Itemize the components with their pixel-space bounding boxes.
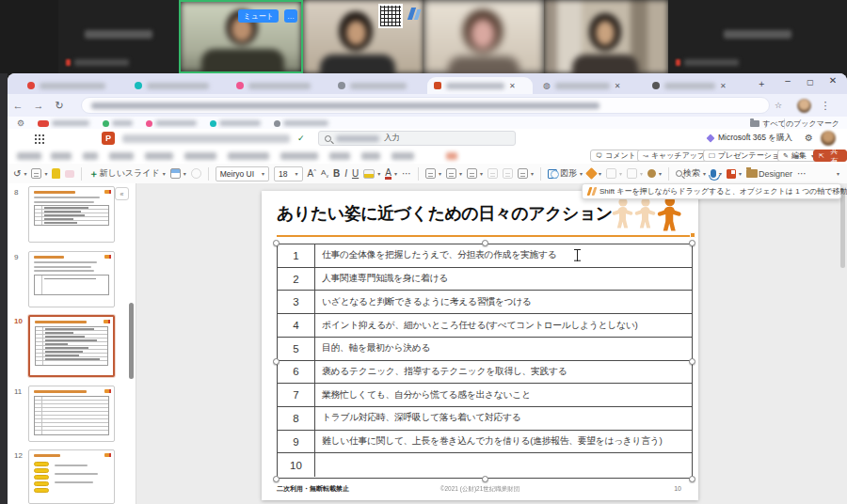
bookmark-star-icon[interactable]: ☆ bbox=[768, 101, 789, 110]
shape-fill-button[interactable]: ▾ bbox=[587, 169, 601, 178]
document-title-redacted[interactable] bbox=[122, 134, 290, 143]
tab-close-icon[interactable]: ✕ bbox=[615, 82, 621, 90]
highlight-color-button[interactable]: ▾ bbox=[363, 169, 380, 179]
collapse-pane-button[interactable]: « bbox=[115, 187, 129, 200]
new-tab-button[interactable]: ＋ bbox=[753, 77, 770, 90]
indent-icon[interactable] bbox=[503, 168, 513, 179]
thumbnail-pane-scrollbar[interactable] bbox=[129, 303, 134, 379]
settings-gear-icon[interactable]: ⚙ bbox=[805, 133, 813, 143]
align-button[interactable]: ▾ bbox=[467, 168, 483, 179]
tab-close-icon[interactable]: ✕ bbox=[509, 82, 516, 90]
selection-handle[interactable] bbox=[273, 476, 280, 482]
slide-thumbnail-12[interactable] bbox=[28, 449, 115, 504]
ribbon-tab-redacted[interactable] bbox=[392, 152, 414, 160]
video-tile[interactable] bbox=[424, 0, 544, 73]
account-avatar[interactable] bbox=[821, 131, 836, 146]
font-size-dropdown[interactable]: 18▾ bbox=[274, 166, 302, 181]
video-tile[interactable] bbox=[303, 0, 424, 73]
tab-close-icon[interactable]: ✕ bbox=[720, 82, 727, 90]
row-number-cell[interactable]: 8 bbox=[278, 407, 315, 431]
selection-handle[interactable] bbox=[482, 240, 488, 246]
row-number-cell[interactable]: 5 bbox=[278, 338, 315, 361]
share-button[interactable]: ⇱共有 bbox=[813, 150, 847, 162]
font-name-dropdown[interactable]: Meiryo UI▾ bbox=[216, 166, 269, 181]
font-color-button[interactable]: A▾ bbox=[385, 168, 397, 180]
ribbon-tab-redacted[interactable] bbox=[51, 152, 72, 160]
row-number-cell[interactable]: 6 bbox=[278, 361, 315, 385]
slide-title[interactable]: ありたい姿に近づくための日々のアクション bbox=[277, 202, 613, 225]
slide-thumbnail-11[interactable] bbox=[28, 386, 115, 442]
waffle-menu-icon[interactable] bbox=[34, 134, 44, 144]
selection-handle[interactable] bbox=[689, 358, 695, 365]
back-icon[interactable]: ← bbox=[8, 100, 28, 111]
mute-button[interactable]: ミュート bbox=[238, 9, 279, 23]
grow-font-icon[interactable]: A^ bbox=[308, 168, 317, 179]
ribbon-collapse-icon[interactable]: ▾ bbox=[835, 170, 839, 177]
bookmark-item[interactable] bbox=[103, 120, 133, 127]
refresh-icon[interactable]: ↻ bbox=[49, 100, 70, 112]
bookmark-item[interactable] bbox=[146, 120, 197, 127]
bookmark-item[interactable] bbox=[38, 120, 89, 127]
line-spacing-button[interactable]: ▾ bbox=[518, 168, 534, 179]
row-text-cell[interactable]: トラブル対応時、深呼吸して落ち着いて対応する bbox=[315, 407, 692, 431]
arrange-icon[interactable]: ▾ bbox=[627, 168, 643, 179]
row-text-cell[interactable]: 人事関連専門知識を身に着ける bbox=[315, 268, 692, 291]
more-font-options-icon[interactable]: ⋯ bbox=[402, 168, 411, 179]
video-tile-active-speaker[interactable]: ミュート … bbox=[179, 0, 303, 73]
browser-tab-active[interactable]: ✕ bbox=[427, 77, 533, 94]
row-text-cell[interactable] bbox=[315, 453, 692, 477]
row-text-cell[interactable]: 業務忙しくても、自分から慌てる感を出さないこと bbox=[315, 384, 692, 407]
numbering-button[interactable]: ▾ bbox=[446, 168, 462, 179]
selection-handle[interactable] bbox=[273, 358, 280, 365]
paste-clipboard-button[interactable]: ▾ bbox=[31, 168, 47, 179]
more-commands-icon[interactable]: ⋯ bbox=[797, 168, 807, 179]
video-tile[interactable] bbox=[544, 0, 668, 73]
browser-tab[interactable]: ✕ bbox=[646, 77, 747, 94]
designer-button[interactable]: Designer bbox=[746, 169, 792, 179]
row-number-cell[interactable]: 4 bbox=[278, 314, 315, 338]
delete-slide-icon[interactable] bbox=[191, 168, 201, 179]
close-button[interactable]: ✕ bbox=[824, 75, 841, 86]
bookmark-item[interactable] bbox=[274, 120, 328, 127]
row-number-cell[interactable]: 3 bbox=[278, 291, 315, 314]
shape-handle[interactable] bbox=[690, 232, 695, 238]
find-button[interactable]: 検索▾ bbox=[676, 167, 706, 180]
ribbon-tab-redacted[interactable] bbox=[329, 152, 350, 160]
selection-handle[interactable] bbox=[689, 240, 695, 246]
italic-button[interactable]: I bbox=[344, 168, 347, 179]
slide-thumbnail-10-selected[interactable] bbox=[28, 315, 115, 377]
eraser-icon[interactable] bbox=[65, 170, 74, 178]
browser-tab[interactable] bbox=[21, 77, 124, 94]
slide-thumbnail-8[interactable] bbox=[28, 186, 115, 243]
browser-tab[interactable]: ◍✕ bbox=[536, 77, 642, 94]
row-number-cell[interactable]: 1 bbox=[278, 244, 315, 268]
more-options-button[interactable]: … bbox=[284, 9, 297, 23]
maximize-button[interactable]: ▢ bbox=[802, 78, 819, 87]
forward-icon[interactable]: → bbox=[28, 100, 49, 111]
ribbon-tab-redacted[interactable] bbox=[83, 152, 98, 160]
ribbon-tab-redacted[interactable] bbox=[17, 152, 41, 160]
bookmark-item[interactable] bbox=[210, 120, 261, 127]
row-text-cell[interactable]: 褒めるテクニック、指導するテクニックを取得し、実践する bbox=[315, 361, 692, 385]
row-text-cell[interactable]: 目的、軸を最初から決める bbox=[315, 338, 692, 361]
browser-menu-icon[interactable]: ⋮ bbox=[815, 100, 836, 112]
row-text-cell[interactable]: ポイント抑えるが、細かいところ任せる(すべてコントロールしようとしない) bbox=[315, 314, 692, 338]
undo-button[interactable]: ↺▾ bbox=[13, 168, 26, 179]
new-slide-button[interactable]: ＋新しいスライド▾ bbox=[88, 167, 165, 181]
dictate-button[interactable]: ▾ bbox=[711, 169, 722, 178]
selection-handle[interactable] bbox=[273, 240, 280, 246]
video-tile[interactable] bbox=[58, 0, 179, 73]
bullets-button[interactable]: ▾ bbox=[425, 168, 441, 179]
canvas-scrollbar[interactable] bbox=[840, 189, 845, 268]
row-text-cell[interactable]: 難しい仕事に関して、上長を巻き込んで力を借りる(進捗報告、要望をはっきり言う) bbox=[315, 431, 692, 454]
link-icon[interactable]: ▾ bbox=[647, 169, 662, 178]
slide-canvas[interactable]: ありたい姿に近づくための日々のアクション 1仕事の全体像を把握したうえで、分担表… bbox=[262, 191, 698, 500]
url-bar[interactable] bbox=[81, 97, 770, 114]
browser-tab[interactable] bbox=[230, 77, 328, 94]
underline-button[interactable]: U bbox=[352, 168, 359, 179]
row-number-cell[interactable]: 10 bbox=[278, 453, 315, 477]
ribbon-tab-redacted[interactable] bbox=[280, 152, 318, 160]
row-number-cell[interactable]: 7 bbox=[278, 384, 315, 407]
ribbon-tab-redacted[interactable] bbox=[446, 152, 457, 160]
row-number-cell[interactable]: 2 bbox=[278, 268, 315, 291]
